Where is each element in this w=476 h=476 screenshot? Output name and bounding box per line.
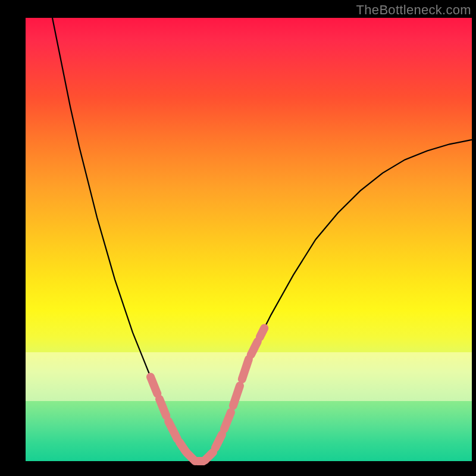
- bead-segment: [198, 452, 213, 461]
- bottleneck-curve: [52, 18, 472, 461]
- chart-frame: TheBottleneck.com: [0, 0, 476, 476]
- bead-segment: [159, 399, 166, 416]
- bead-overlay-group: [151, 328, 264, 462]
- bead-segment: [251, 342, 258, 355]
- curve-layer: [26, 18, 472, 461]
- bead-segment: [233, 386, 240, 406]
- bead-segment: [242, 359, 249, 380]
- bead-segment: [260, 328, 265, 337]
- watermark-text: TheBottleneck.com: [356, 2, 471, 18]
- bead-segment: [151, 377, 157, 394]
- bead-segment: [215, 434, 222, 447]
- bead-segment: [180, 442, 195, 461]
- bead-segment: [224, 412, 231, 429]
- bead-segment: [168, 421, 177, 439]
